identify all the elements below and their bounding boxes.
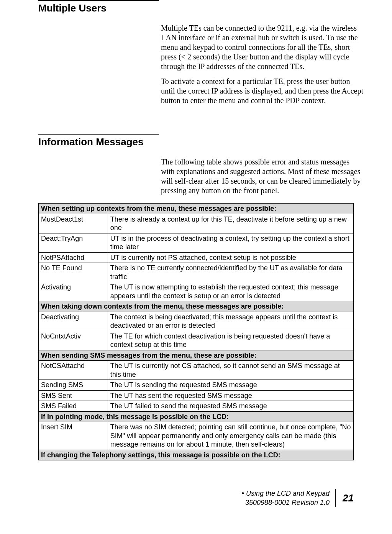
section-rule <box>38 0 159 1</box>
footer-line-1: • Using the LCD and Keypad <box>242 489 330 498</box>
table-group-header: When setting up contexts from the menu, … <box>39 204 354 214</box>
message-code: SMS Failed <box>39 401 108 412</box>
section-title-information-messages: Information Messages <box>38 136 354 148</box>
table-group-header-cell: If changing the Telephony settings, this… <box>39 450 354 460</box>
table-row: Sending SMSThe UT is sending the request… <box>39 380 354 391</box>
body-paragraph: Multiple TEs can be connected to the 921… <box>161 23 364 71</box>
table-row: Insert SIM There was no SIM detected; po… <box>39 422 354 450</box>
table-group-header-cell: If in pointing mode, this message is pos… <box>39 411 354 422</box>
message-code: Sending SMS <box>39 380 108 391</box>
table-row: NoCntxtActivThe TE for which context dea… <box>39 331 354 350</box>
messages-table: When setting up contexts from the menu, … <box>38 203 354 460</box>
page-number: 21 <box>336 492 354 504</box>
footer-line-2: 3500988-0001 Revision 1.0 <box>242 498 330 507</box>
message-code: Deactivating <box>39 312 108 331</box>
section-rule <box>38 134 159 135</box>
message-code: NoCntxtActiv <box>39 331 108 350</box>
message-description: There is already a context up for this T… <box>108 214 353 233</box>
table-row: ActivatingThe UT is now attempting to es… <box>39 282 354 301</box>
message-description: UT is in the process of deactivating a c… <box>108 233 353 252</box>
message-description: The UT has sent the requested SMS messag… <box>108 390 353 401</box>
body-paragraph: The following table shows possible error… <box>161 157 364 196</box>
body-paragraph: To activate a context for a particular T… <box>161 77 364 105</box>
table-group-header: If in pointing mode, this message is pos… <box>39 411 354 422</box>
table-row: DeactivatingThe context is being deactiv… <box>39 312 354 331</box>
page-footer: • Using the LCD and Keypad 3500988-0001 … <box>242 489 354 507</box>
message-code: Insert SIM <box>39 422 108 450</box>
table-group-header: When sending SMS messages from the menu,… <box>39 350 354 361</box>
message-description: There is no TE currently connected/ident… <box>108 263 353 282</box>
table-group-header-cell: When taking down contexts from the menu,… <box>39 301 354 312</box>
table-row: No TE FoundThere is no TE currently conn… <box>39 263 354 282</box>
message-code: Activating <box>39 282 108 301</box>
message-description: UT is currently not PS attached, context… <box>108 252 353 263</box>
table-group-header: When taking down contexts from the menu,… <box>39 301 354 312</box>
table-row: MustDeact1stThere is already a context u… <box>39 214 354 233</box>
message-code: No TE Found <box>39 263 108 282</box>
message-description: The UT is currently not CS attached, so … <box>108 361 353 380</box>
message-description: The TE for which context deactivation is… <box>108 331 353 350</box>
table-row: Deact;TryAgnUT is in the process of deac… <box>39 233 354 252</box>
message-code: MustDeact1st <box>39 214 108 233</box>
table-row: NotCSAttachdThe UT is currently not CS a… <box>39 361 354 380</box>
message-description: The UT is sending the requested SMS mess… <box>108 380 353 391</box>
message-code: NotPSAttachd <box>39 252 108 263</box>
message-code: NotCSAttachd <box>39 361 108 380</box>
table-group-header: If changing the Telephony settings, this… <box>39 450 354 460</box>
table-group-header-cell: When setting up contexts from the menu, … <box>39 204 354 214</box>
message-code: SMS Sent <box>39 390 108 401</box>
message-description: The context is being deactivated; this m… <box>108 312 353 331</box>
message-code: Deact;TryAgn <box>39 233 108 252</box>
table-row: NotPSAttachdUT is currently not PS attac… <box>39 252 354 263</box>
message-description: There was no SIM detected; pointing can … <box>108 422 353 450</box>
table-row: SMS SentThe UT has sent the requested SM… <box>39 390 354 401</box>
table-group-header-cell: When sending SMS messages from the menu,… <box>39 350 354 361</box>
section-title-multiple-users: Multiple Users <box>38 2 354 14</box>
message-description: The UT is now attempting to establish th… <box>108 282 353 301</box>
table-row: SMS FailedThe UT failed to send the requ… <box>39 401 354 412</box>
message-description: The UT failed to send the requested SMS … <box>108 401 353 412</box>
